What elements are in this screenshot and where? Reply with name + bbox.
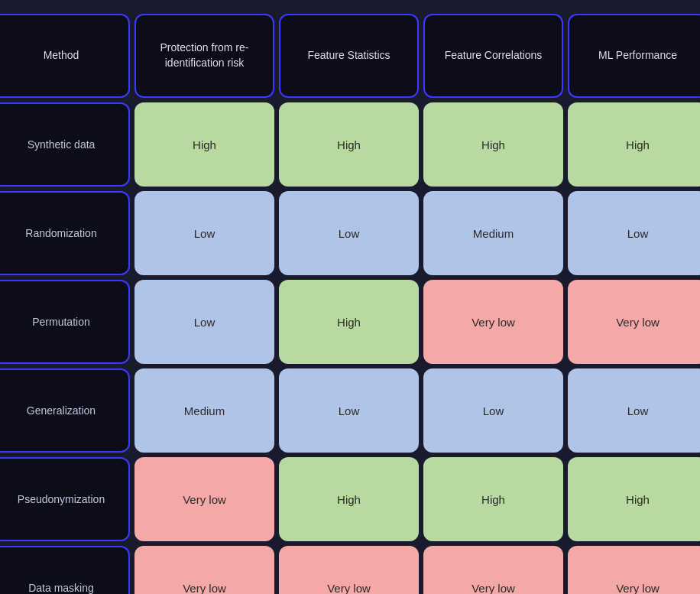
cell-data-masking-feature-stats: Very low xyxy=(279,546,419,594)
cell-pseudonymization-feature-corr: High xyxy=(423,457,563,541)
cell-randomization-ml-perf: Low xyxy=(568,191,700,275)
cell-data-masking-feature-corr: Very low xyxy=(423,546,563,594)
cell-data-masking-ml-perf: Very low xyxy=(568,546,700,594)
cell-pseudonymization-feature-stats: High xyxy=(279,457,419,541)
cell-synthetic-feature-stats: High xyxy=(279,102,419,187)
cell-synthetic-protection: High xyxy=(134,102,274,187)
method-pseudonymization: Pseudonymization xyxy=(0,457,130,541)
cell-generalization-protection: Medium xyxy=(134,368,274,453)
method-permutation: Permutation xyxy=(0,280,130,364)
method-data-masking: Data masking xyxy=(0,546,130,594)
cell-pseudonymization-ml-perf: High xyxy=(568,457,700,541)
header-protection: Protection from re-identification risk xyxy=(134,14,274,98)
cell-randomization-feature-stats: Low xyxy=(279,191,419,275)
method-synthetic: Synthetic data xyxy=(0,102,130,187)
cell-synthetic-feature-corr: High xyxy=(423,102,563,187)
method-randomization: Randomization xyxy=(0,191,130,275)
cell-permutation-feature-corr: Very low xyxy=(423,280,563,364)
cell-synthetic-ml-perf: High xyxy=(568,102,700,187)
header-method: Method xyxy=(0,14,130,98)
header-feature-corr: Feature Correlations xyxy=(423,14,563,98)
cell-permutation-protection: Low xyxy=(134,280,274,364)
method-generalization: Generalization xyxy=(0,368,130,453)
cell-permutation-ml-perf: Very low xyxy=(568,280,700,364)
cell-permutation-feature-stats: High xyxy=(279,280,419,364)
cell-data-masking-protection: Very low xyxy=(134,546,274,594)
cell-randomization-feature-corr: Medium xyxy=(423,191,563,275)
header-feature-stats: Feature Statistics xyxy=(279,14,419,98)
comparison-grid: Method Protection from re-identification… xyxy=(0,8,700,594)
cell-pseudonymization-protection: Very low xyxy=(134,457,274,541)
cell-generalization-feature-stats: Low xyxy=(279,368,419,453)
cell-generalization-ml-perf: Low xyxy=(568,368,700,453)
cell-generalization-feature-corr: Low xyxy=(423,368,563,453)
cell-randomization-protection: Low xyxy=(134,191,274,275)
header-ml-perf: ML Performance xyxy=(568,14,700,98)
